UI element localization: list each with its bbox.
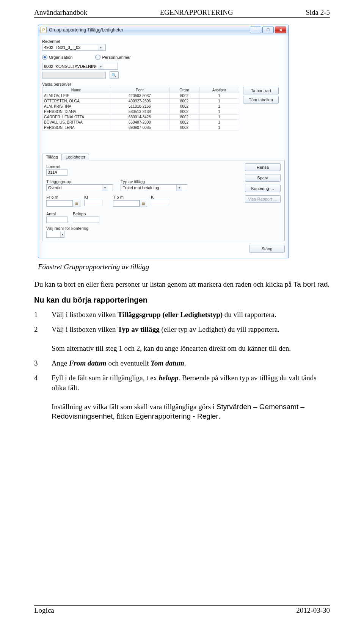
footer-right: 2012-03-30 xyxy=(296,606,330,615)
maximize-button[interactable]: ☐ xyxy=(262,27,274,33)
ta-bort-rad-button[interactable]: Ta bort rad xyxy=(243,87,279,94)
antal-input[interactable] xyxy=(46,217,67,223)
kontering-combo[interactable]: ▾ xyxy=(46,231,64,238)
secondary-combo xyxy=(42,72,106,78)
from-input[interactable] xyxy=(46,200,73,207)
table-row[interactable]: PERSSON, LENA690907-008580021 xyxy=(42,125,239,130)
list-item: 3Ange From datum och eventuellt Tom datu… xyxy=(34,358,330,373)
stang-button[interactable]: Stäng xyxy=(249,245,285,253)
intro-paragraph: Du kan ta bort en eller flera personer u… xyxy=(34,279,330,289)
close-button[interactable]: ✕ xyxy=(275,27,286,33)
redenhet-input[interactable] xyxy=(42,44,98,50)
tab-tillagg[interactable]: Tillägg xyxy=(42,154,62,160)
hdr-rule xyxy=(34,17,330,18)
person-table[interactable]: Namn Penr Orgnr Anstlpnr ALMLÖV, LEIF420… xyxy=(42,87,239,130)
kontering-input[interactable] xyxy=(47,231,60,237)
radio-org-label: Organisation xyxy=(49,55,72,60)
radio-personnummer[interactable]: Personnummer xyxy=(95,55,130,60)
hdr-left: Användarhandbok xyxy=(34,8,87,17)
tillaggsgrupp-input[interactable] xyxy=(47,185,102,191)
antal-label: Antal xyxy=(46,212,67,216)
typ-combo[interactable]: ▾ xyxy=(121,184,187,191)
kl2-input[interactable] xyxy=(151,200,169,206)
app-window: P Grupprapportering Tillägg/Ledigheter —… xyxy=(38,25,289,258)
list-item: 2Välj i listboxen vilken Typ av tillägg … xyxy=(34,325,330,358)
tom-input[interactable] xyxy=(113,200,140,207)
window-title: Grupprapportering Tillägg/Ledigheter xyxy=(49,27,250,33)
org-input[interactable] xyxy=(42,63,98,69)
list-item: 4Fyll i de fält som är tillgängliga, t e… xyxy=(34,373,330,426)
from-label: Fr o m xyxy=(46,195,80,199)
table-row[interactable]: PERSSON, DIANA580513-313880021 xyxy=(42,109,239,115)
typ-label: Typ av tillägg xyxy=(121,179,189,184)
org-combo[interactable]: ▾ xyxy=(42,63,118,70)
chevron-down-icon[interactable]: ▾ xyxy=(60,231,64,237)
numbered-list: 1Välj i listboxen vilken Tilläggsgrupp (… xyxy=(34,310,330,426)
footer-left: Logica xyxy=(34,606,54,615)
tom-tabellen-button[interactable]: Töm tabellen xyxy=(243,96,279,104)
figure-caption: Fönstret Grupprapportering av tillägg xyxy=(38,263,330,271)
kl2-label: Kl xyxy=(151,195,169,199)
radio-dot-icon xyxy=(95,55,100,60)
hdr-right: Sida 2-5 xyxy=(306,8,330,17)
redenhet-label: Redenhet xyxy=(42,39,285,44)
table-row[interactable]: ALM, KRISTINA511010-216680021 xyxy=(42,104,239,109)
chevron-down-icon[interactable]: ▾ xyxy=(98,44,104,50)
titlebar: P Grupprapportering Tillägg/Ledigheter —… xyxy=(38,25,289,35)
tillaggsgrupp-label: Tilläggsgrupp xyxy=(46,179,115,184)
radio-organisation[interactable]: Organisation xyxy=(42,55,72,60)
col-orgnr[interactable]: Orgnr xyxy=(169,87,199,93)
kl1-input[interactable] xyxy=(84,200,102,206)
secondary-input xyxy=(42,72,98,78)
radio-pnr-label: Personnummer xyxy=(102,55,130,60)
chevron-down-icon[interactable]: ▾ xyxy=(176,185,182,191)
binoculars-icon: 🔍 xyxy=(111,73,117,78)
loneart-label: Löneart xyxy=(46,164,245,169)
chevron-down-icon[interactable]: ▾ xyxy=(98,63,104,69)
calendar-icon[interactable]: ▦ xyxy=(140,200,147,207)
hdr-center: EGENRAPPORTERING xyxy=(160,8,233,17)
search-button[interactable]: 🔍 xyxy=(110,71,119,79)
app-icon: P xyxy=(41,27,47,33)
tab-ledigheter[interactable]: Ledigheter xyxy=(62,154,89,160)
valda-label: Valda person/er xyxy=(42,82,285,86)
minimize-button[interactable]: — xyxy=(250,27,261,33)
table-row[interactable]: OTTERSTEN, OLGA490927-230680021 xyxy=(42,99,239,104)
spara-button[interactable]: Spara xyxy=(245,174,281,182)
col-namn[interactable]: Namn xyxy=(42,87,110,93)
kl1-label: Kl xyxy=(84,195,102,199)
table-row[interactable]: ALMLÖV, LEIF420503-903780021 xyxy=(42,93,239,99)
tab-panel: Löneart 3114 Tilläggsgrupp ▾ Typ av till… xyxy=(42,160,285,241)
belopp-label: Belopp xyxy=(73,212,99,216)
typ-input[interactable] xyxy=(121,185,176,191)
list-item: 1Välj i listboxen vilken Tilläggsgrupp (… xyxy=(34,310,330,325)
col-anstlpnr[interactable]: Anstlpnr xyxy=(199,87,239,93)
section-heading: Nu kan du börja rapporteringen xyxy=(34,296,330,304)
table-row[interactable]: GÄRDER, LENALOTTA660314-342880021 xyxy=(42,115,239,120)
tom-label: T o m xyxy=(113,195,147,199)
tillaggsgrupp-combo[interactable]: ▾ xyxy=(46,184,113,191)
kontering-label: Välj radnr för kontering xyxy=(46,226,245,231)
chevron-down-icon[interactable]: ▾ xyxy=(102,185,108,191)
rensa-button[interactable]: Rensa xyxy=(245,163,281,171)
radio-dot-icon xyxy=(42,55,47,60)
visa-rapport-button[interactable]: Visa Rapport … xyxy=(245,195,281,203)
col-penr[interactable]: Penr xyxy=(110,87,169,93)
redenhet-combo[interactable]: ▾ xyxy=(42,44,106,51)
calendar-icon[interactable]: ▦ xyxy=(73,200,80,207)
loneart-input[interactable]: 3114 xyxy=(46,169,67,176)
table-row[interactable]: BOVALLIUS, BRITTAA660407-280880021 xyxy=(42,120,239,125)
kontering-button[interactable]: Kontering … xyxy=(245,185,281,192)
belopp-input[interactable] xyxy=(73,217,99,223)
